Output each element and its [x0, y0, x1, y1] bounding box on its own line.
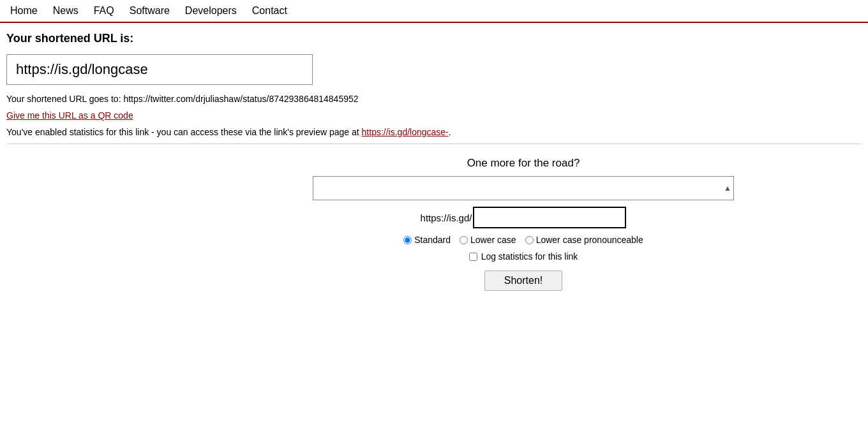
radio-lowercase-option[interactable]: Lower case: [460, 235, 516, 245]
main-nav: Home News FAQ Software Developers Contac…: [0, 0, 868, 23]
nav-developers[interactable]: Developers: [180, 4, 247, 18]
stats-preview-link[interactable]: https://is.gd/longcase-: [362, 127, 449, 137]
section-divider: [6, 144, 862, 144]
second-form-title: One more for the road?: [467, 157, 580, 170]
radio-standard[interactable]: [403, 236, 412, 244]
destination-url: https://twitter.com/drjuliashaw/status/8…: [123, 94, 358, 104]
stats-text-after: .: [449, 127, 451, 137]
log-stats-checkbox[interactable]: [469, 253, 477, 261]
statistics-text: You've enabled statistics for this link …: [6, 127, 862, 137]
destination-text: Your shortened URL goes to: https://twit…: [6, 94, 862, 104]
log-stats-checkbox-row: Log statistics for this link: [469, 251, 578, 262]
custom-url-input[interactable]: [473, 207, 626, 228]
main-content: Your shortened URL is: https://is.gd/lon…: [0, 23, 868, 297]
nav-home[interactable]: Home: [5, 4, 48, 18]
radio-lowercase[interactable]: [460, 236, 468, 244]
url-input-container: ▲: [313, 176, 734, 200]
radio-lowercase-pronounceable-option[interactable]: Lower case pronounceable: [525, 235, 643, 245]
radio-standard-option[interactable]: Standard: [403, 235, 451, 245]
url-input[interactable]: [313, 176, 734, 200]
isgd-prefix-label: https://is.gd/: [421, 212, 472, 223]
nav-contact[interactable]: Contact: [247, 4, 297, 18]
radio-standard-label: Standard: [414, 235, 451, 245]
second-form-section: One more for the road? ▲ https://is.gd/ …: [6, 157, 862, 291]
radio-lowercase-pronounceable[interactable]: [525, 236, 534, 244]
nav-news[interactable]: News: [48, 4, 89, 18]
radio-lowercase-label: Lower case: [470, 235, 516, 245]
custom-url-row: https://is.gd/: [421, 207, 627, 228]
result-heading: Your shortened URL is:: [6, 32, 862, 45]
radio-lowercase-pronounceable-label: Lower case pronounceable: [536, 235, 643, 245]
shorten-button[interactable]: Shorten!: [484, 270, 562, 291]
shortened-url-display: https://is.gd/longcase: [6, 54, 313, 85]
qr-code-link[interactable]: Give me this URL as a QR code: [6, 110, 862, 121]
format-radio-group: Standard Lower case Lower case pronounce…: [403, 235, 643, 245]
destination-prefix: Your shortened URL goes to:: [6, 94, 123, 104]
nav-software[interactable]: Software: [124, 4, 180, 18]
log-stats-label[interactable]: Log statistics for this link: [481, 251, 578, 262]
nav-faq[interactable]: FAQ: [89, 4, 124, 18]
stats-text-before: You've enabled statistics for this link …: [6, 127, 362, 137]
